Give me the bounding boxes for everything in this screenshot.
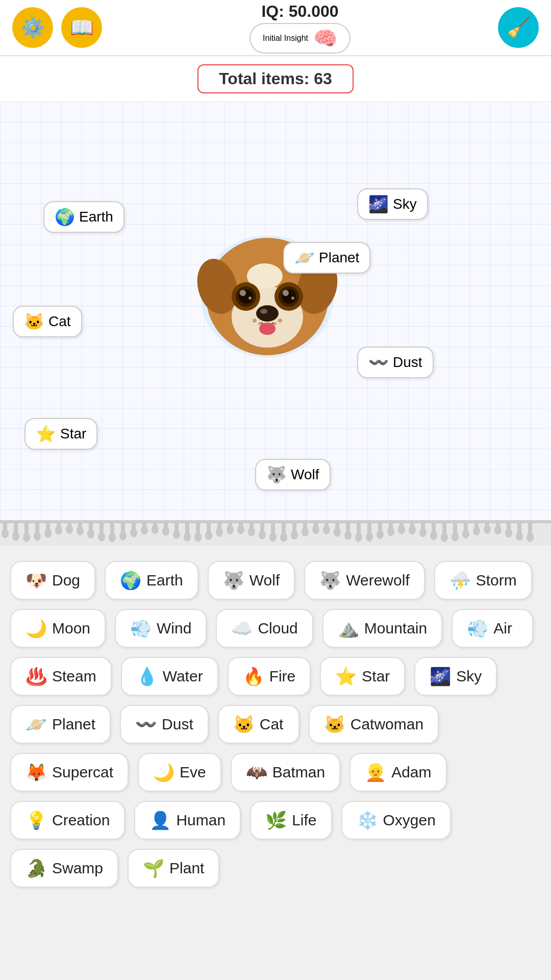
- item-chip-fire[interactable]: 🔥Fire: [228, 657, 311, 696]
- item-chip-earth[interactable]: 🌍Earth: [105, 561, 198, 600]
- svg-rect-33: [46, 522, 50, 532]
- svg-rect-105: [432, 522, 436, 534]
- canvas-chip-wolf-canvas[interactable]: 🐺Wolf: [255, 459, 331, 491]
- svg-rect-61: [196, 522, 200, 536]
- svg-rect-35: [57, 522, 61, 529]
- svg-rect-69: [239, 522, 243, 528]
- grid-emoji-mountain: ⛰️: [338, 618, 359, 639]
- item-chip-sky[interactable]: 🌌Sky: [414, 657, 497, 696]
- chip-label-earth-canvas: Earth: [79, 209, 113, 225]
- item-chip-air[interactable]: 💨Air: [452, 609, 533, 648]
- chip-label-planet-canvas: Planet: [319, 250, 359, 266]
- chip-label-wolf-canvas: Wolf: [291, 467, 319, 483]
- canvas-chip-sky-canvas[interactable]: 🌌Sky: [357, 188, 428, 220]
- header-left-buttons: ⚙️ 📖: [12, 7, 102, 48]
- grid-label-cat: Cat: [260, 716, 284, 733]
- svg-point-19: [253, 318, 257, 323]
- canvas-chip-star-canvas[interactable]: ⭐Star: [24, 418, 97, 450]
- item-chip-planet[interactable]: 🪐Planet: [10, 705, 111, 744]
- svg-rect-27: [14, 522, 18, 535]
- item-chip-dog[interactable]: 🐶Dog: [10, 561, 95, 600]
- item-chip-water[interactable]: 💧Water: [121, 657, 218, 696]
- grid-label-moon: Moon: [52, 620, 90, 637]
- item-chip-plant[interactable]: 🌱Plant: [128, 849, 219, 888]
- item-chip-moon[interactable]: 🌙Moon: [10, 609, 106, 648]
- chip-emoji-dust-canvas: 〰️: [368, 353, 389, 372]
- grid-label-star: Star: [362, 668, 390, 685]
- item-chip-adam[interactable]: 👱Adam: [349, 753, 446, 792]
- item-chip-eve[interactable]: 🌙Eve: [138, 753, 221, 792]
- grid-emoji-cat: 🐱: [233, 714, 255, 734]
- item-chip-storm[interactable]: ⛈️Storm: [434, 561, 532, 600]
- canvas-chip-earth-canvas[interactable]: 🌍Earth: [43, 201, 124, 233]
- svg-rect-51: [142, 522, 146, 529]
- total-count: 63: [314, 69, 332, 88]
- svg-rect-91: [357, 522, 361, 536]
- grid-emoji-eve: 🌙: [153, 762, 174, 782]
- grid-emoji-wind: 💨: [130, 618, 152, 639]
- item-chip-catwoman[interactable]: 🐱Catwoman: [309, 705, 439, 744]
- svg-rect-111: [464, 522, 468, 533]
- svg-rect-89: [346, 522, 350, 534]
- svg-rect-73: [260, 522, 264, 534]
- grid-label-air: Air: [493, 620, 512, 637]
- dog-mascot: [186, 207, 349, 373]
- chip-label-star-canvas: Star: [60, 426, 86, 442]
- grid-label-storm: Storm: [476, 572, 517, 589]
- item-chip-mountain[interactable]: ⛰️Mountain: [322, 609, 442, 648]
- svg-rect-113: [474, 522, 479, 530]
- svg-rect-101: [410, 522, 414, 529]
- item-chip-oxygen[interactable]: ❄️Oxygen: [341, 801, 451, 840]
- item-chip-star[interactable]: ⭐Star: [320, 657, 405, 696]
- item-chip-cat[interactable]: 🐱Cat: [218, 705, 299, 744]
- chip-emoji-cat-canvas: 🐱: [24, 312, 44, 331]
- item-chip-werewolf[interactable]: 🐺Werewolf: [304, 561, 424, 600]
- item-chip-steam[interactable]: ♨️Steam: [10, 657, 112, 696]
- brain-icon: 🧠: [313, 27, 337, 50]
- grid-emoji-catwoman: 🐱: [324, 714, 345, 734]
- grid-label-human: Human: [176, 812, 226, 829]
- item-chip-creation[interactable]: 💡Creation: [10, 801, 125, 840]
- grid-label-swamp: Swamp: [52, 860, 103, 877]
- grid-emoji-storm: ⛈️: [449, 570, 471, 591]
- canvas-chip-planet-canvas[interactable]: 🪐Planet: [283, 242, 370, 274]
- grid-emoji-planet: 🪐: [26, 714, 47, 734]
- svg-rect-93: [367, 522, 371, 536]
- grid-emoji-oxygen: ❄️: [357, 810, 378, 830]
- canvas-chip-dust-canvas[interactable]: 〰️Dust: [357, 347, 434, 378]
- grid-emoji-supercat: 🦊: [26, 762, 47, 782]
- grid-emoji-earth: 🌍: [120, 570, 141, 591]
- canvas-chip-cat-canvas[interactable]: 🐱Cat: [13, 306, 82, 337]
- game-canvas[interactable]: 🌍Earth🌌Sky🪐Planet🐱Cat〰️Dust⭐Star🐺Wolf: [0, 102, 551, 520]
- item-chip-swamp[interactable]: 🐊Swamp: [10, 849, 118, 888]
- item-chip-dust[interactable]: 〰️Dust: [120, 705, 209, 744]
- svg-rect-55: [164, 522, 168, 530]
- grid-label-dust: Dust: [162, 716, 193, 733]
- item-chip-wind[interactable]: 💨Wind: [115, 609, 207, 648]
- grid-emoji-werewolf: 🐺: [319, 570, 341, 591]
- grid-emoji-steam: ♨️: [26, 666, 47, 687]
- item-chip-wolf[interactable]: 🐺Wolf: [208, 561, 295, 600]
- svg-rect-77: [282, 522, 286, 536]
- chip-label-dust-canvas: Dust: [393, 354, 422, 371]
- svg-rect-119: [507, 522, 511, 532]
- grid-label-planet: Planet: [52, 716, 95, 733]
- item-chip-life[interactable]: 🌿Life: [250, 801, 332, 840]
- grid-emoji-life: 🌿: [265, 810, 287, 830]
- svg-rect-63: [207, 522, 211, 534]
- broom-button[interactable]: 🧹: [498, 7, 539, 48]
- item-chip-batman[interactable]: 🦇Batman: [231, 753, 340, 792]
- grid-label-life: Life: [292, 812, 316, 829]
- svg-rect-83: [314, 522, 318, 529]
- svg-rect-71: [249, 522, 254, 531]
- item-chip-cloud[interactable]: ☁️Cloud: [216, 609, 313, 648]
- svg-rect-87: [335, 522, 339, 531]
- svg-rect-109: [453, 522, 457, 536]
- book-button[interactable]: 📖: [61, 7, 102, 48]
- chip-label-cat-canvas: Cat: [48, 313, 71, 330]
- grid-emoji-dust: 〰️: [135, 714, 157, 734]
- gear-button[interactable]: ⚙️: [12, 7, 53, 48]
- item-chip-human[interactable]: 👤Human: [134, 801, 241, 840]
- item-chip-supercat[interactable]: 🦊Supercat: [10, 753, 129, 792]
- grid-label-cloud: Cloud: [258, 620, 297, 637]
